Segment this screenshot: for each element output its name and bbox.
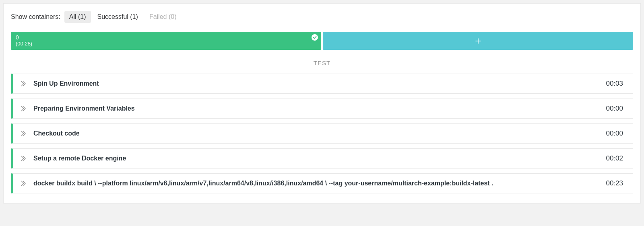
step-row[interactable]: Checkout code 00:00 xyxy=(11,123,633,144)
section-divider: TEST xyxy=(11,60,633,66)
filter-all[interactable]: All (1) xyxy=(64,11,91,23)
chevron-right-icon xyxy=(20,155,26,162)
build-panel: Show containers: All (1) Successful (1) … xyxy=(3,3,641,203)
step-time: 00:03 xyxy=(606,80,623,88)
step-row[interactable]: Spin Up Environment 00:03 xyxy=(11,74,633,94)
step-row[interactable]: docker buildx build \ --platform linux/a… xyxy=(11,173,633,193)
add-container-button[interactable] xyxy=(323,32,633,50)
filter-label: Show containers: xyxy=(11,13,60,21)
step-list: Spin Up Environment 00:03 Preparing Envi… xyxy=(11,74,633,193)
filter-failed: Failed (0) xyxy=(144,11,182,23)
success-check-icon xyxy=(312,34,318,41)
step-time: 00:23 xyxy=(606,179,623,187)
step-title: docker buildx build \ --platform linux/a… xyxy=(33,180,606,187)
step-row[interactable]: Setup a remote Docker engine 00:02 xyxy=(11,148,633,168)
container-0-card[interactable]: 0 (00:28) xyxy=(11,32,321,50)
container-duration: (00:28) xyxy=(16,41,316,47)
step-title: Preparing Environment Variables xyxy=(33,105,606,112)
chevron-right-icon xyxy=(20,180,26,187)
step-title: Spin Up Environment xyxy=(33,80,606,87)
chevron-right-icon xyxy=(20,130,26,137)
chevron-right-icon xyxy=(20,105,26,112)
step-time: 00:02 xyxy=(606,154,623,162)
step-title: Setup a remote Docker engine xyxy=(33,155,606,162)
section-label: TEST xyxy=(314,60,330,66)
container-bar: 0 (00:28) xyxy=(11,32,633,50)
step-time: 00:00 xyxy=(606,105,623,113)
container-index: 0 xyxy=(16,34,316,41)
step-title: Checkout code xyxy=(33,130,606,137)
divider-line-left xyxy=(11,63,307,63)
svg-point-0 xyxy=(312,34,318,41)
container-filter-row: Show containers: All (1) Successful (1) … xyxy=(11,11,633,23)
step-time: 00:00 xyxy=(606,129,623,138)
chevron-right-icon xyxy=(20,80,26,87)
step-row[interactable]: Preparing Environment Variables 00:00 xyxy=(11,99,633,119)
filter-successful[interactable]: Successful (1) xyxy=(93,11,143,23)
divider-line-right xyxy=(337,63,633,63)
plus-icon xyxy=(475,38,481,44)
